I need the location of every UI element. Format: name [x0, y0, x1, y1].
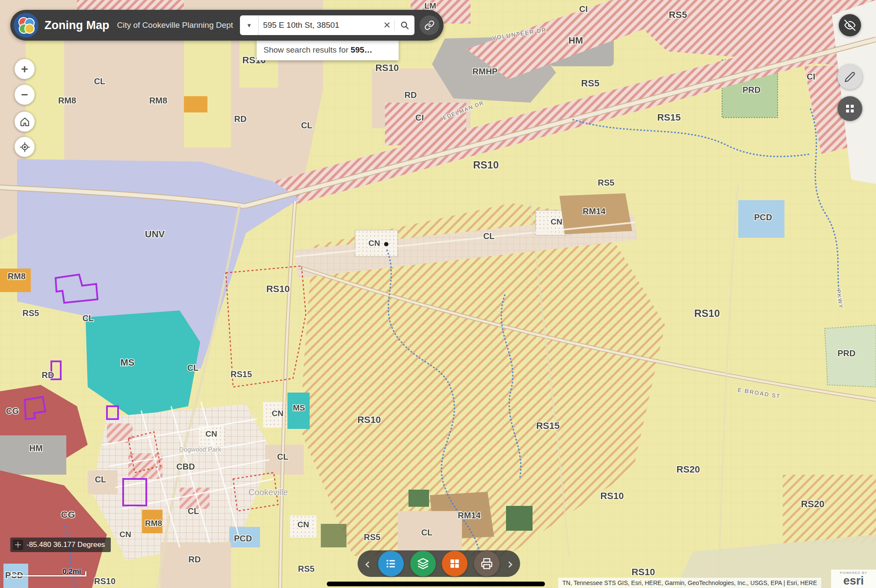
- svg-text:PRD: PRD: [838, 349, 855, 358]
- svg-text:RS20: RS20: [676, 464, 700, 475]
- svg-text:CN: CN: [368, 239, 380, 248]
- svg-text:RS15: RS15: [657, 112, 681, 123]
- svg-text:RS10: RS10: [473, 159, 499, 171]
- svg-text:HM: HM: [29, 443, 42, 453]
- svg-text:RS15: RS15: [536, 420, 559, 431]
- printer-icon: [481, 558, 493, 570]
- svg-text:RD: RD: [189, 555, 201, 564]
- app-logo: [14, 13, 38, 38]
- esri-brand-text: esri: [843, 575, 864, 587]
- svg-text:CI: CI: [579, 4, 588, 14]
- svg-text:RS5: RS5: [669, 9, 687, 20]
- esri-logo: POWERED BY esri: [831, 570, 876, 588]
- svg-text:PRD: PRD: [743, 85, 761, 95]
- svg-text:RS10: RS10: [94, 576, 115, 586]
- page-subtitle: City of Cookeville Planning Dept: [117, 21, 233, 30]
- svg-text:UNV: UNV: [145, 229, 165, 239]
- svg-text:CN: CN: [550, 217, 562, 226]
- svg-text:RS5: RS5: [23, 308, 39, 318]
- svg-text:RS5: RS5: [598, 178, 615, 187]
- app-header: Zoning Map City of Cookeville Planning D…: [10, 10, 444, 41]
- search-button[interactable]: [395, 15, 414, 35]
- svg-text:CL: CL: [277, 452, 289, 461]
- home-icon: [20, 117, 30, 127]
- svg-text:CL: CL: [421, 528, 433, 537]
- basemap-button[interactable]: [838, 96, 862, 121]
- search-icon: [400, 21, 409, 30]
- svg-text:RMHP: RMHP: [473, 67, 498, 76]
- layers-button[interactable]: [410, 551, 436, 576]
- svg-text:CL: CL: [187, 363, 199, 372]
- svg-text:RS10: RS10: [375, 62, 399, 73]
- svg-text:RM8: RM8: [145, 519, 162, 528]
- page-title: Zoning Map: [44, 19, 109, 32]
- svg-text:RS5: RS5: [581, 78, 600, 89]
- svg-text:RS10: RS10: [631, 567, 655, 577]
- legend-button[interactable]: [378, 551, 404, 576]
- toolbar-prev-button[interactable]: ‹: [363, 556, 372, 571]
- grid-icon: [845, 103, 855, 114]
- svg-text:RD: RD: [405, 90, 417, 100]
- hide-ui-button[interactable]: [839, 14, 861, 36]
- scale-label: 0.2mi: [62, 567, 81, 576]
- svg-text:PCD: PCD: [754, 213, 772, 222]
- svg-text:RM8: RM8: [58, 96, 76, 105]
- pencil-icon: [844, 71, 855, 83]
- toolbar-next-button[interactable]: ›: [506, 556, 515, 571]
- locate-button[interactable]: [15, 137, 35, 157]
- svg-text:Cookeville: Cookeville: [249, 488, 288, 497]
- svg-text:RS10: RS10: [694, 307, 720, 319]
- print-button[interactable]: [474, 551, 500, 576]
- svg-text:Dogwood Park: Dogwood Park: [179, 446, 222, 453]
- svg-text:RS5: RS5: [364, 532, 381, 542]
- svg-text:CG: CG: [61, 509, 75, 520]
- home-button[interactable]: [15, 112, 35, 132]
- svg-text:CL: CL: [83, 313, 94, 323]
- svg-text:CL: CL: [301, 121, 313, 130]
- svg-text:RD: RD: [234, 114, 247, 124]
- svg-text:RS10: RS10: [600, 490, 624, 501]
- map-canvas[interactable]: VOLUNTEER DREDELMAN DRE BROAD STPKWY Coo…: [0, 0, 876, 588]
- suggestion-text: Show search results for: [263, 45, 351, 54]
- svg-text:MS: MS: [121, 357, 135, 368]
- apps-button[interactable]: [442, 551, 468, 576]
- svg-text:PCD: PCD: [234, 534, 252, 543]
- svg-text:CL: CL: [188, 506, 199, 516]
- svg-text:CI: CI: [807, 72, 815, 81]
- zoom-out-button[interactable]: −: [15, 85, 35, 105]
- search-suggestion[interactable]: Show search results for 595…: [257, 40, 399, 60]
- svg-text:RS10: RS10: [266, 284, 290, 294]
- svg-text:CI: CI: [415, 113, 424, 122]
- search-source-dropdown[interactable]: ▼: [240, 15, 259, 35]
- svg-text:CL: CL: [95, 475, 107, 484]
- bottom-scroll-indicator[interactable]: [327, 582, 545, 586]
- clear-search-button[interactable]: ✕: [380, 15, 394, 35]
- coordinates-value: -85.480 36.177 Degrees: [27, 541, 105, 549]
- coordinates-icon: [13, 540, 23, 550]
- svg-text:MS: MS: [293, 403, 305, 412]
- bottom-toolbar: ‹ ›: [358, 550, 520, 577]
- coordinates-widget[interactable]: -85.480 36.177 Degrees: [10, 538, 111, 552]
- svg-text:RS20: RS20: [801, 499, 824, 509]
- zoom-in-button[interactable]: +: [15, 59, 35, 79]
- svg-text:CN: CN: [119, 530, 131, 539]
- svg-text:RS10: RS10: [357, 414, 381, 425]
- share-link-button[interactable]: [420, 15, 439, 35]
- measure-button[interactable]: [838, 65, 862, 89]
- svg-text:CN: CN: [272, 409, 283, 418]
- search-box: ▼ ✕: [240, 15, 414, 35]
- svg-text:RM14: RM14: [458, 511, 481, 520]
- legend-list-icon: [385, 558, 397, 570]
- link-icon: [424, 20, 435, 30]
- svg-text:CL: CL: [483, 231, 495, 241]
- locate-icon: [20, 142, 30, 152]
- search-input[interactable]: [259, 21, 380, 30]
- svg-text:RD: RD: [42, 370, 54, 380]
- svg-text:HM: HM: [568, 35, 583, 46]
- suggestion-term: 595…: [351, 45, 373, 54]
- svg-text:RM14: RM14: [583, 207, 606, 216]
- svg-text:RS5: RS5: [298, 564, 315, 573]
- svg-text:RM8: RM8: [149, 96, 167, 105]
- svg-text:CL: CL: [94, 77, 106, 86]
- svg-text:RS15: RS15: [231, 369, 252, 379]
